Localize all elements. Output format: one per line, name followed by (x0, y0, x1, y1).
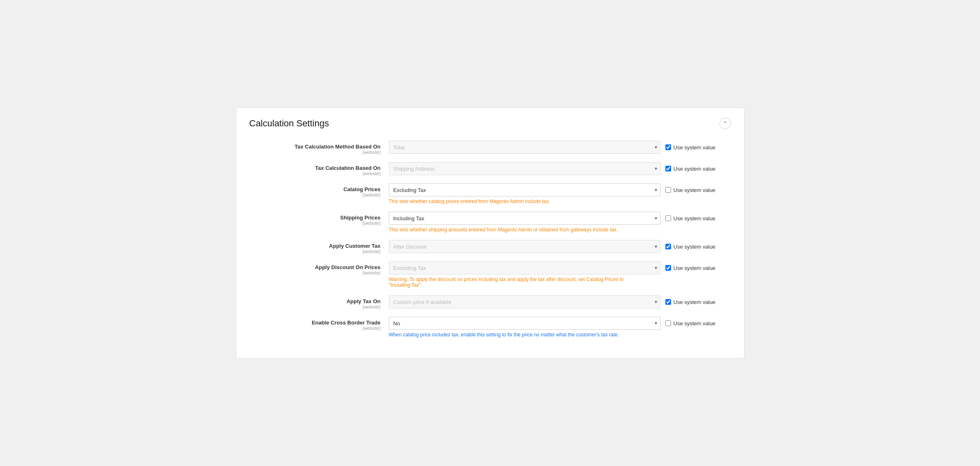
label-shipping-prices: Shipping Prices (249, 215, 381, 221)
use-system-wrapper-apply-customer-tax: Use system value (665, 244, 731, 250)
scope-enable-cross-border-trade: [website] (249, 326, 381, 331)
use-system-wrapper-enable-cross-border-trade: Use system value (665, 320, 731, 327)
use-system-wrapper-tax-calc-based-on: Use system value (665, 166, 731, 172)
scope-catalog-prices: [website] (249, 192, 381, 197)
form-row-enable-cross-border-trade: Enable Cross Border Trade[website]No▾Use… (249, 317, 731, 338)
use-system-wrapper-apply-tax-on: Use system value (665, 299, 731, 305)
select-shipping-prices[interactable]: Including Tax (389, 212, 660, 225)
select-wrapper-catalog-prices: Excluding Tax▾ (389, 183, 660, 196)
use-system-label-tax-calc-based-on: Use system value (674, 166, 716, 172)
use-system-checkbox-tax-calc-based-on[interactable] (665, 166, 671, 171)
scope-tax-calc-method: [website] (249, 150, 381, 155)
form-row-apply-customer-tax: Apply Customer Tax[website]After Discoun… (249, 240, 731, 254)
select-wrapper-apply-discount-on-prices: Excluding Tax▾ (389, 261, 660, 274)
use-system-label-tax-calc-method: Use system value (674, 144, 716, 151)
use-system-label-enable-cross-border-trade: Use system value (674, 320, 716, 327)
card-header: Calculation Settings ⌃ (249, 118, 731, 129)
use-system-checkbox-apply-customer-tax[interactable] (665, 244, 671, 249)
use-system-checkbox-apply-tax-on[interactable] (665, 299, 671, 305)
scope-apply-discount-on-prices: [website] (249, 270, 381, 275)
form-row-tax-calc-based-on: Tax Calculation Based On[website]Shippin… (249, 162, 731, 176)
scope-shipping-prices: [website] (249, 221, 381, 226)
use-system-label-shipping-prices: Use system value (674, 215, 716, 222)
use-system-label-apply-customer-tax: Use system value (674, 244, 716, 250)
select-wrapper-shipping-prices: Including Tax▾ (389, 212, 660, 225)
scope-apply-tax-on: [website] (249, 304, 381, 309)
info-enable-cross-border-trade: When catalog price includes tax, enable … (389, 332, 731, 338)
scope-apply-customer-tax: [website] (249, 249, 381, 254)
form-row-apply-tax-on: Apply Tax On[website]Custom price if ava… (249, 295, 731, 309)
warning-apply-discount-on-prices: Warning: To apply the discount on prices… (389, 276, 635, 288)
label-apply-customer-tax: Apply Customer Tax (249, 243, 381, 249)
use-system-checkbox-catalog-prices[interactable] (665, 187, 671, 193)
select-enable-cross-border-trade[interactable]: No (389, 317, 660, 330)
form-row-apply-discount-on-prices: Apply Discount On Prices[website]Excludi… (249, 261, 731, 288)
label-enable-cross-border-trade: Enable Cross Border Trade (249, 320, 381, 326)
select-apply-customer-tax[interactable]: After Discount (389, 240, 660, 253)
select-wrapper-tax-calc-based-on: Shipping Address▾ (389, 162, 660, 175)
use-system-checkbox-enable-cross-border-trade[interactable] (665, 320, 671, 326)
hint-catalog-prices: This sets whether catalog prices entered… (389, 199, 731, 204)
use-system-label-catalog-prices: Use system value (674, 187, 716, 193)
form-rows-container: Tax Calculation Method Based On[website]… (249, 141, 731, 338)
use-system-wrapper-apply-discount-on-prices: Use system value (665, 265, 731, 271)
select-wrapper-enable-cross-border-trade: No▾ (389, 317, 660, 330)
scope-tax-calc-based-on: [website] (249, 171, 381, 176)
select-apply-discount-on-prices[interactable]: Excluding Tax (389, 261, 660, 274)
label-catalog-prices: Catalog Prices (249, 186, 381, 192)
calculation-settings-card: Calculation Settings ⌃ Tax Calculation M… (236, 107, 745, 359)
use-system-checkbox-shipping-prices[interactable] (665, 215, 671, 221)
select-wrapper-apply-customer-tax: After Discount▾ (389, 240, 660, 253)
use-system-label-apply-tax-on: Use system value (674, 299, 716, 305)
form-row-catalog-prices: Catalog Prices[website]Excluding Tax▾Use… (249, 183, 731, 204)
collapse-button[interactable]: ⌃ (720, 118, 731, 129)
use-system-wrapper-shipping-prices: Use system value (665, 215, 731, 222)
select-tax-calc-method[interactable]: Total (389, 141, 660, 154)
card-title: Calculation Settings (249, 118, 329, 129)
use-system-wrapper-catalog-prices: Use system value (665, 187, 731, 193)
label-tax-calc-method: Tax Calculation Method Based On (249, 144, 381, 150)
use-system-checkbox-tax-calc-method[interactable] (665, 144, 671, 150)
select-catalog-prices[interactable]: Excluding Tax (389, 183, 660, 196)
label-apply-tax-on: Apply Tax On (249, 298, 381, 304)
use-system-label-apply-discount-on-prices: Use system value (674, 265, 716, 271)
select-wrapper-apply-tax-on: Custom price if available▾ (389, 295, 660, 308)
label-apply-discount-on-prices: Apply Discount On Prices (249, 264, 381, 270)
select-tax-calc-based-on[interactable]: Shipping Address (389, 162, 660, 175)
use-system-checkbox-apply-discount-on-prices[interactable] (665, 265, 671, 271)
form-row-tax-calc-method: Tax Calculation Method Based On[website]… (249, 141, 731, 155)
label-tax-calc-based-on: Tax Calculation Based On (249, 165, 381, 171)
use-system-wrapper-tax-calc-method: Use system value (665, 144, 731, 151)
hint-shipping-prices: This sets whether shipping amounts enter… (389, 227, 731, 233)
select-wrapper-tax-calc-method: Total▾ (389, 141, 660, 154)
select-apply-tax-on[interactable]: Custom price if available (389, 295, 660, 308)
form-row-shipping-prices: Shipping Prices[website]Including Tax▾Us… (249, 212, 731, 233)
